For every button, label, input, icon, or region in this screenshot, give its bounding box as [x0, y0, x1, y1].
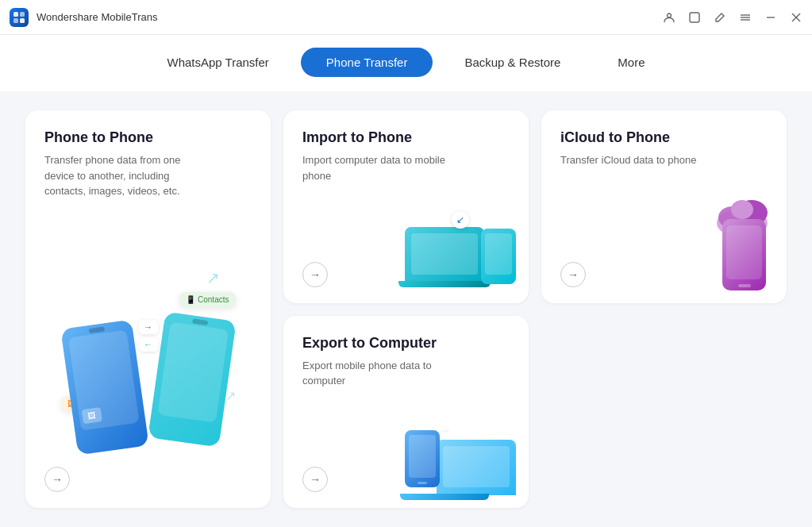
svg-rect-5 [690, 13, 699, 22]
edit-icon[interactable] [714, 11, 726, 24]
phone-left: 🖼 [60, 320, 148, 456]
close-button[interactable] [790, 11, 802, 24]
tab-more[interactable]: More [592, 48, 670, 77]
svg-rect-2 [13, 18, 18, 23]
card-import-arrow[interactable]: → [302, 262, 328, 287]
svg-rect-3 [20, 18, 25, 23]
card-export-title: Export to Computer [302, 335, 510, 352]
app-icon [10, 8, 29, 27]
menu-icon[interactable] [739, 11, 752, 24]
main-content: Phone to Phone Transfer phone data from … [0, 91, 812, 527]
tab-phone-transfer[interactable]: Phone Transfer [301, 48, 433, 77]
card-phone-to-phone-arrow[interactable]: → [44, 467, 70, 492]
card-export-to-computer[interactable]: Export to Computer Export mobile phone d… [283, 316, 529, 509]
card-import-title: Import to Phone [302, 129, 510, 146]
card-export-desc: Export mobile phone data to computer [302, 358, 461, 389]
tab-whatsapp-transfer[interactable]: WhatsApp Transfer [141, 48, 294, 77]
titlebar: Wondershare MobileTrans [0, 0, 812, 35]
export-illustration: → ↗ [405, 408, 516, 495]
card-export-arrow[interactable]: → [302, 467, 328, 492]
account-icon[interactable] [663, 11, 675, 24]
svg-rect-1 [20, 12, 25, 17]
card-icloud-title: iCloud to Phone [560, 129, 768, 146]
app-title: Wondershare MobileTrans [37, 11, 157, 23]
phone-to-phone-illustration: 🖼 → ← 📱 Contacts 🖼 Photos ↗ ↗ [44, 199, 252, 490]
card-icloud-to-phone[interactable]: iCloud to Phone Transfer iCloud data to … [541, 110, 787, 303]
card-icloud-desc: Transfer iCloud data to phone [560, 152, 719, 168]
phone-right [148, 312, 236, 448]
svg-rect-0 [13, 12, 18, 17]
navbar: WhatsApp Transfer Phone Transfer Backup … [0, 35, 812, 91]
card-icloud-arrow[interactable]: → [560, 262, 586, 287]
feedback-icon[interactable] [688, 11, 701, 24]
tab-backup-restore[interactable]: Backup & Restore [439, 48, 586, 77]
minimize-button[interactable] [764, 11, 777, 24]
titlebar-controls [663, 11, 802, 24]
icloud-illustration [663, 195, 774, 290]
card-phone-to-phone-desc: Transfer phone data from one device to a… [44, 152, 203, 199]
titlebar-left: Wondershare MobileTrans [10, 8, 157, 27]
card-phone-to-phone-title: Phone to Phone [44, 129, 252, 146]
card-import-to-phone[interactable]: Import to Phone Import computer data to … [283, 110, 529, 303]
import-illustration: ↙ [405, 195, 516, 290]
float-tag-contacts: 📱 Contacts [179, 292, 235, 307]
svg-point-15 [731, 200, 753, 219]
svg-point-4 [668, 13, 672, 17]
card-import-desc: Import computer data to mobile phone [302, 152, 461, 183]
card-phone-to-phone[interactable]: Phone to Phone Transfer phone data from … [25, 110, 271, 508]
